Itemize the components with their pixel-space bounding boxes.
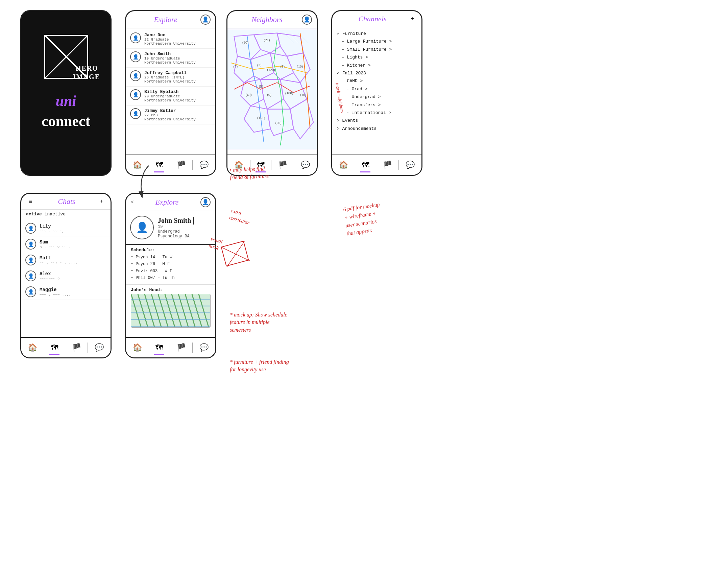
profile-icon[interactable]: 👤 [200, 15, 211, 25]
channel-item[interactable]: ✓ Fall 2023 [337, 69, 417, 77]
avatar: 👤 [25, 286, 36, 297]
user-list-item[interactable]: 👤 Jeffrey Campbell 26 Graduate (INTL) No… [126, 68, 215, 87]
chat-preview: n . ∼∼∼ ? ∼∼ . [40, 245, 106, 249]
channel-item[interactable]: - CAMD > [337, 77, 417, 85]
back-button[interactable]: < [131, 199, 134, 205]
nav-map-icon-n[interactable]: 🗺 [257, 161, 264, 170]
svg-line-49 [222, 241, 250, 267]
nav-div3 [192, 160, 193, 170]
channel-item[interactable]: > Events [337, 117, 417, 124]
nav-chat-icon-e[interactable]: 💬 [199, 161, 209, 170]
user-university: Northeastern University [144, 42, 211, 46]
neighbors-title: Neighbors [232, 15, 302, 24]
inactive-label[interactable]: inactive [45, 212, 66, 217]
nav-div2-n [271, 160, 271, 170]
nav-flag-icon-e[interactable]: 🏴 [177, 161, 186, 170]
chat-info: Sam n . ∼∼∼ ? ∼∼ . [40, 239, 106, 249]
add-channel-button[interactable]: + [408, 15, 417, 23]
user-list-item[interactable]: 👤 John Smith 19 Undergraduate Northeaste… [126, 49, 215, 68]
hood-map[interactable] [131, 294, 211, 328]
nav-home-icon-e[interactable]: 🏠 [133, 161, 142, 170]
chat-item[interactable]: 👤 Maggie ∼∼∼ , ∼∼∼ .... [21, 284, 111, 300]
nav-map-icon[interactable]: 🗺 [51, 343, 58, 352]
bottom-nav-detail: 🏠 🗺 🏴 💬 [126, 337, 215, 357]
channel-item[interactable]: - Lights > [337, 53, 417, 61]
nav-div1 [149, 160, 149, 170]
nav-home-icon-c[interactable]: 🏠 [339, 161, 348, 170]
user-name: Jeffrey Campbell [144, 70, 211, 75]
annotation-wireframe: 6 pdf for mockup+ wireframe +user scenar… [343, 201, 384, 238]
svg-text:(10): (10) [297, 64, 303, 69]
schedule-label: Schedule: [131, 248, 211, 253]
user-university: Northeastern University [144, 79, 211, 84]
user-name: John Smith [144, 51, 211, 56]
profile-major: Psychology BA [158, 234, 194, 239]
schedule-section: Schedule: Psych 14 – Tu WPsych 26 – M FE… [126, 245, 215, 285]
schedule-item: Psych 14 – Tu W [131, 254, 211, 261]
neighbors-header: Neighbors 👤 [227, 11, 317, 28]
active-label[interactable]: active [26, 212, 42, 217]
menu-icon[interactable]: ≡ [26, 197, 35, 206]
nav-home-icon[interactable]: 🏠 [28, 343, 37, 352]
user-university: Northeastern University [144, 61, 211, 65]
nav-map-icon-e[interactable]: 🗺 [155, 161, 163, 170]
user-university: Northeastern University [144, 98, 211, 102]
nav-flag-icon-n[interactable]: 🏴 [278, 161, 287, 170]
user-list-item[interactable]: 👤 Jane Doe 22 Graduate Northeastern Univ… [126, 30, 215, 49]
avatar: 👤 [25, 239, 36, 250]
hood-map-svg [131, 294, 210, 327]
chat-preview: ∼∼∼ , ∼∼∼ .... [40, 292, 106, 297]
nav-home-icon-n[interactable]: 🏠 [234, 161, 243, 170]
channel-item[interactable]: - Grad > [337, 85, 417, 93]
nav-divider2 [65, 343, 65, 353]
nav-chat-icon[interactable]: 💬 [95, 343, 104, 352]
svg-text:(20): (20) [275, 121, 282, 125]
hero-image-box: HERO IMAGE [44, 35, 88, 79]
chat-item[interactable]: 👤 Matt ∼∼ . ∼∼! ∼ . .... [21, 252, 111, 268]
sketch-svg [222, 241, 250, 267]
nav-flag-icon-c[interactable]: 🏴 [383, 161, 392, 170]
neighbors-map[interactable]: (90) (21) (7) (3) (5) (5) (10) (9) (40) … [227, 28, 317, 150]
chats-subheader: active inactive [21, 210, 111, 219]
user-list-item[interactable]: 👤 Billy Eyelash 20 Undergraduate Northea… [126, 87, 215, 105]
chat-item[interactable]: 👤 Alex ∼∼∼∼∼∼∼ ? [21, 268, 111, 284]
profile-icon-n[interactable]: 👤 [302, 15, 312, 25]
avatar: 👤 [130, 51, 141, 62]
annotation-schedule: * mock up; Show schedulefeature in multi… [230, 311, 287, 334]
channel-item[interactable]: - Undergrad > [337, 93, 417, 101]
nav-chat-icon-n[interactable]: 💬 [301, 161, 310, 170]
nav-home-icon-d[interactable]: 🏠 [133, 343, 142, 352]
nav-chat-icon-c[interactable]: 💬 [406, 161, 415, 170]
nav-flag-icon[interactable]: 🏴 [72, 343, 81, 352]
profile-avatar-large: 👤 [130, 216, 154, 239]
chat-item[interactable]: 👤 Sam n . ∼∼∼ ? ∼∼ . [21, 236, 111, 252]
chat-name: Lily [40, 224, 106, 229]
nav-chat-icon-d[interactable]: 💬 [199, 343, 209, 352]
app-name-connect: connect [21, 113, 111, 130]
user-list-item[interactable]: 👤 Jimmy Butler 27 PhD Northeastern Unive… [126, 105, 215, 124]
user-info: Billy Eyelash 20 Undergraduate Northeast… [144, 89, 211, 102]
channel-item[interactable]: ✓ Furniture [337, 30, 417, 38]
add-chat-button[interactable]: + [97, 197, 106, 206]
channel-item[interactable]: > Announcements [337, 125, 417, 133]
svg-text:(3): (3) [257, 63, 262, 67]
chat-info: Matt ∼∼ . ∼∼! ∼ . .... [40, 255, 106, 265]
svg-rect-0 [227, 30, 317, 149]
channel-item[interactable]: - Kitchen > [337, 62, 417, 69]
channels-list: ✓ Furniture- Large Furniture >- Small Fu… [332, 27, 421, 135]
channel-item[interactable]: - Small Furniture > [337, 46, 417, 53]
avatar: 👤 [130, 89, 141, 100]
chats-header: ≡ Chats + [21, 194, 111, 210]
channel-item[interactable]: - Transfers > [337, 101, 417, 109]
svg-text:(7): (7) [234, 64, 238, 69]
explore-title: Explore [131, 15, 200, 24]
nav-flag-icon-d[interactable]: 🏴 [177, 343, 186, 352]
user-name: Jane Doe [144, 32, 211, 38]
profile-icon-detail[interactable]: 👤 [200, 197, 211, 207]
channel-item[interactable]: - International > [337, 109, 417, 117]
nav-map-icon-c[interactable]: 🗺 [362, 161, 369, 170]
channel-item[interactable]: - Large Furniture > [337, 38, 417, 45]
user-info: Jane Doe 22 Graduate Northeastern Univer… [144, 32, 211, 46]
chat-item[interactable]: 👤 Lily ∼∼∼ . ∼∼ ∼, [21, 220, 111, 236]
nav-map-icon-d[interactable]: 🗺 [155, 343, 163, 352]
